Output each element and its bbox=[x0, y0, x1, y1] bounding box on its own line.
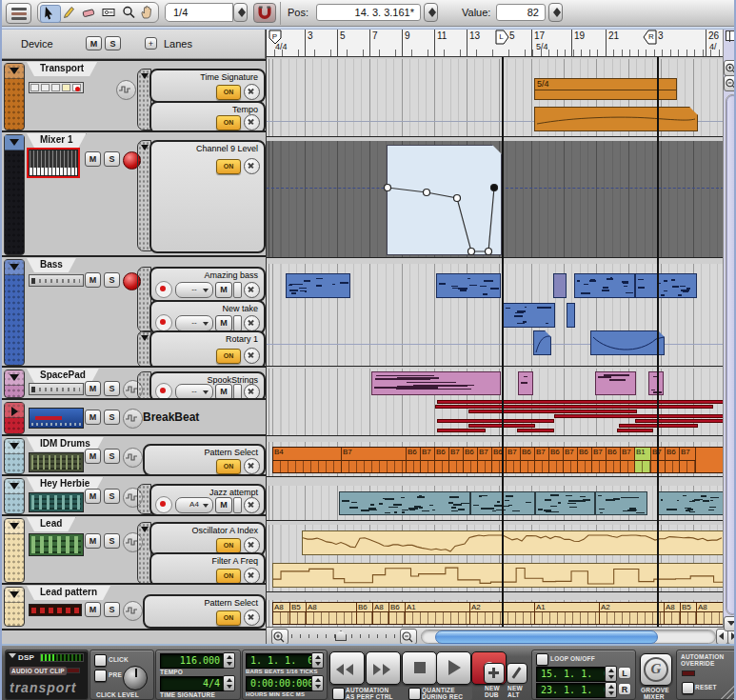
pattern-block[interactable]: B5 bbox=[290, 603, 307, 624]
lane-channel-9-level[interactable]: Channel 9 Level ON bbox=[149, 140, 266, 253]
pattern-block[interactable]: A8 bbox=[373, 603, 389, 624]
delete-lane-icon[interactable] bbox=[244, 348, 260, 364]
mute-button[interactable]: M bbox=[85, 602, 101, 617]
solo-button[interactable]: S bbox=[104, 381, 120, 396]
pattern-block[interactable]: B7 bbox=[564, 448, 578, 472]
track-mixer-1[interactable]: Mixer 1 M S Channel 9 Level ON bbox=[2, 130, 267, 257]
resize-grip[interactable] bbox=[717, 680, 736, 699]
bass-device-icon[interactable] bbox=[29, 274, 84, 287]
new-alt-button[interactable] bbox=[507, 663, 527, 684]
herbie-note-clip[interactable] bbox=[339, 491, 470, 515]
pattern-block[interactable]: B6 bbox=[549, 448, 564, 472]
right-locator-stepper[interactable] bbox=[605, 682, 617, 698]
vscroll-track[interactable] bbox=[726, 94, 736, 615]
hscroll-track[interactable] bbox=[421, 630, 716, 644]
spacepad-note-clip[interactable] bbox=[371, 371, 501, 395]
hscroll-thumb[interactable] bbox=[435, 630, 658, 644]
locator-line[interactable] bbox=[657, 57, 659, 627]
lane-on-button[interactable]: ON bbox=[216, 115, 241, 130]
pattern-block[interactable]: B6 bbox=[464, 448, 478, 472]
left-locator-display[interactable]: 15. 1. 1. 0 bbox=[536, 667, 608, 682]
pattern-block[interactable]: A8 bbox=[665, 603, 681, 624]
track-color-strip[interactable] bbox=[4, 259, 25, 366]
herbie-note-clip[interactable] bbox=[535, 491, 595, 515]
delete-lane-icon[interactable] bbox=[244, 568, 260, 584]
pattern-block[interactable]: B4 bbox=[273, 448, 342, 472]
newtake-note-clip[interactable] bbox=[503, 303, 555, 328]
pattern-block[interactable]: B6 bbox=[666, 448, 680, 472]
take-select[interactable]: -- bbox=[175, 282, 213, 298]
spacepad-device-icon[interactable] bbox=[29, 383, 84, 395]
track-lead-pattern[interactable]: Lead pattern M S Pattern Select ON bbox=[2, 583, 267, 630]
breakbeat-clip-bar[interactable] bbox=[437, 429, 486, 432]
left-locator-stepper[interactable] bbox=[605, 666, 617, 682]
value-stepper[interactable] bbox=[548, 3, 563, 22]
pattern-block[interactable]: B7 bbox=[680, 448, 696, 472]
track-color-strip[interactable] bbox=[4, 134, 25, 255]
vscroll-thumb[interactable] bbox=[726, 95, 736, 614]
solo-button[interactable]: S bbox=[104, 489, 120, 504]
track-tab[interactable]: Bass bbox=[27, 258, 76, 272]
solo-button[interactable]: S bbox=[104, 410, 120, 425]
razor-tool-icon[interactable] bbox=[100, 5, 119, 21]
pattern-block[interactable]: B6 bbox=[521, 448, 535, 472]
lane-on-button[interactable]: ON bbox=[216, 85, 241, 100]
lead-pattern-device-icon[interactable] bbox=[29, 604, 82, 616]
herbie-device-icon[interactable] bbox=[29, 492, 84, 512]
delete-lane-icon[interactable] bbox=[244, 537, 260, 553]
delete-lane-icon[interactable] bbox=[244, 282, 260, 298]
filter-automation-clip[interactable] bbox=[272, 563, 723, 588]
take-select[interactable]: -- bbox=[175, 315, 213, 331]
breakbeat-clip-bar[interactable] bbox=[517, 429, 554, 432]
p-marker-flag[interactable]: P bbox=[269, 30, 283, 46]
add-lane-button[interactable]: + bbox=[145, 37, 157, 50]
play-button[interactable] bbox=[436, 651, 471, 685]
pattern-block[interactable]: A2 bbox=[600, 603, 665, 624]
track-hey-herbie[interactable]: Hey Herbie M S Jazz attempt A4 M bbox=[2, 474, 267, 516]
l-marker-flag[interactable]: L bbox=[495, 30, 509, 46]
rewind-button[interactable] bbox=[329, 651, 365, 685]
breakbeat-clip-bar[interactable] bbox=[554, 414, 723, 418]
bass-note-clip[interactable] bbox=[286, 273, 350, 298]
pattern-block[interactable]: B6 bbox=[492, 448, 507, 472]
pattern-block[interactable]: B6 bbox=[435, 448, 449, 472]
mute-button[interactable]: M bbox=[85, 410, 101, 425]
groove-mixer-button[interactable]: G bbox=[640, 653, 672, 686]
track-spacepad[interactable]: SpacePad M S SpookStrings -- M bbox=[2, 366, 267, 400]
pattern-block[interactable]: B7 bbox=[621, 448, 635, 472]
vzoom-out-button[interactable] bbox=[724, 75, 736, 91]
timesig-stepper[interactable] bbox=[223, 675, 235, 691]
new-dub-button[interactable] bbox=[484, 663, 505, 684]
dsp-collapse-icon[interactable] bbox=[9, 653, 16, 658]
lane-record-button[interactable] bbox=[155, 496, 172, 513]
breakbeat-clip-bar[interactable] bbox=[468, 410, 637, 413]
go-to-left-locator-button[interactable]: L bbox=[618, 667, 631, 679]
eraser-tool-icon[interactable] bbox=[80, 5, 99, 21]
lane-jazz-attempt[interactable]: Jazz attempt A4 M bbox=[149, 484, 266, 516]
herbie-note-clip[interactable] bbox=[595, 491, 647, 515]
lane-on-button[interactable]: ON bbox=[216, 159, 241, 174]
solo-button[interactable]: S bbox=[104, 449, 120, 464]
lane-mute-button[interactable]: M bbox=[215, 282, 232, 298]
pattern-block[interactable]: B6 bbox=[389, 603, 406, 624]
timesig-change-clip[interactable]: 5/4 bbox=[534, 78, 677, 100]
bass-note-clip[interactable] bbox=[553, 273, 567, 298]
breakbeat-clip-bar[interactable] bbox=[635, 419, 723, 423]
lane-slim-button[interactable] bbox=[233, 282, 242, 298]
hzoom-out-button[interactable] bbox=[400, 629, 417, 645]
take-select[interactable]: A4 bbox=[175, 497, 213, 513]
time-display[interactable]: 0:00:00:000 bbox=[246, 676, 314, 691]
master-solo-button[interactable]: S bbox=[105, 36, 121, 50]
track-idm-drums[interactable]: IDM Drums M S Pattern Select ON bbox=[2, 434, 267, 476]
lead-pattern-lane[interactable]: A8B5A8B6A8B6A1A2A1A2A8B5A8 bbox=[272, 602, 723, 625]
track-transport[interactable]: Transport Time Signature ON Tempo ON bbox=[2, 59, 267, 132]
delete-lane-icon[interactable] bbox=[244, 315, 260, 331]
arrange-area[interactable]: 5/4B4B7B6B7B6B7B6B7B6B7B6B7B6B7B6B7B6B7B… bbox=[266, 57, 723, 627]
mute-button[interactable]: M bbox=[85, 489, 101, 504]
bar-ruler[interactable]: 35791113171921264/45/44/53PLR bbox=[266, 30, 723, 57]
track-color-strip[interactable] bbox=[4, 438, 25, 474]
mute-button[interactable]: M bbox=[85, 381, 101, 396]
lane-oscillator-a-index[interactable]: Oscillator A Index ON bbox=[149, 522, 266, 556]
lane-mute-button[interactable]: M bbox=[215, 497, 232, 513]
lane-rotary-1[interactable]: Rotary 1 ON bbox=[149, 330, 266, 370]
